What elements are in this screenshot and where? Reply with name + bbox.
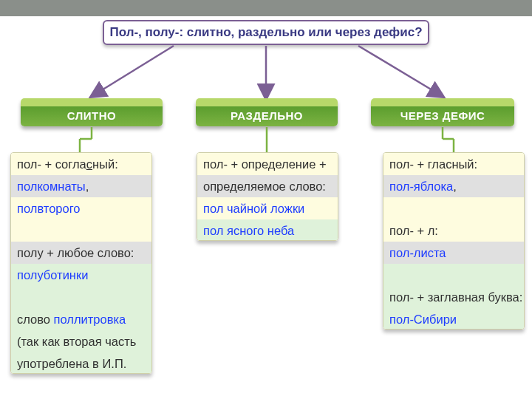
rule-line: пол- + определение + [197, 153, 338, 175]
category-header-slitno: СЛИТНО [21, 98, 163, 126]
category-header-defis: ЧЕРЕЗ ДЕФИС [371, 98, 514, 126]
example-line: пол чайной ложки [197, 197, 338, 219]
category-label: РАЗДЕЛЬНО [231, 109, 303, 122]
rule-line: определяемое слово: [197, 175, 338, 197]
content-box-razdelno: пол- + определение + определяемое слово:… [197, 152, 338, 241]
example-line: пол-листа [383, 242, 524, 264]
spacer-line [383, 197, 524, 219]
rule-line: пол- + согласный: [11, 153, 151, 175]
category-label: СЛИТНО [67, 109, 116, 122]
connector-lines [0, 126, 532, 155]
spacer-line [383, 264, 524, 286]
rule-line: пол- + л: [383, 219, 524, 242]
category-header-razdelno: РАЗДЕЛЬНО [196, 98, 338, 126]
example-line: пол-Сибири [383, 308, 524, 330]
rule-line: пол- + гласный: [383, 153, 524, 175]
rule-line: полу + любое слово: [11, 242, 151, 264]
rule-line: слово поллитровка [11, 308, 151, 330]
example-line: пол-яблока, [383, 175, 524, 197]
spacer-line [11, 219, 151, 242]
svg-line-0 [95, 46, 174, 95]
example-line: полвторого [11, 197, 151, 219]
spacer-line [11, 286, 151, 308]
svg-line-2 [358, 46, 440, 95]
content-box-defis: пол- + гласный: пол-яблока, пол- + л: по… [383, 152, 525, 330]
top-bar [0, 0, 532, 16]
rule-line: (так как вторая часть [11, 330, 151, 352]
content-box-slitno: пол- + согласный: полкомнаты, полвторого… [10, 152, 152, 374]
example-line: полкомнаты, [11, 175, 151, 197]
category-label: ЧЕРЕЗ ДЕФИС [400, 109, 485, 122]
diagram-title-box: Пол-, полу-: слитно, раздельно или через… [103, 20, 429, 45]
example-line: пол ясного неба [197, 219, 338, 241]
rule-line: пол- + заглавная буква: [383, 286, 524, 308]
example-line: полуботинки [11, 264, 151, 286]
diagram-title: Пол-, полу-: слитно, раздельно или через… [109, 25, 422, 40]
rule-line: употреблена в И.П. [11, 352, 151, 374]
